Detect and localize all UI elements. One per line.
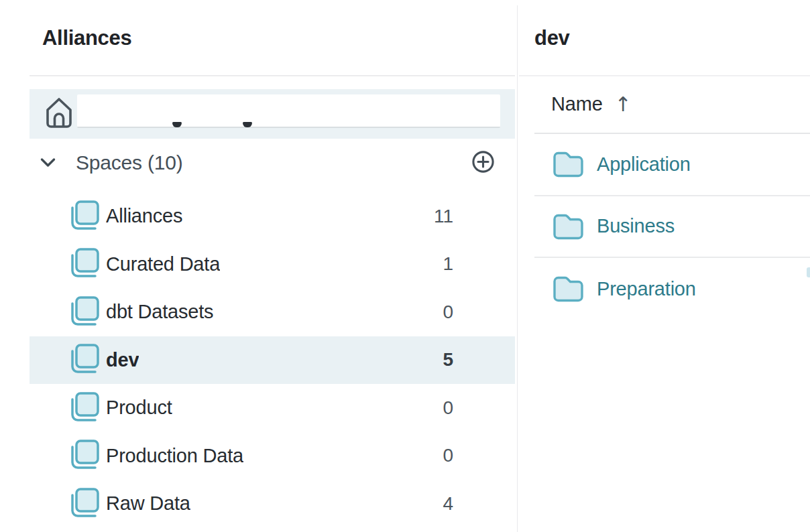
chevron-down-icon[interactable] <box>40 157 56 170</box>
space-icon <box>69 439 100 472</box>
space-count: 4 <box>443 493 453 515</box>
space-name: Production Data <box>106 445 243 467</box>
folder-row-business[interactable]: Business <box>534 196 810 259</box>
folder-name: Business <box>597 215 675 237</box>
home-item[interactable] <box>30 89 515 139</box>
column-header-name-label: Name <box>551 93 603 115</box>
space-icon <box>69 343 100 377</box>
folder-icon <box>553 151 583 178</box>
space-count: 0 <box>443 302 453 323</box>
space-count: 1 <box>443 253 453 275</box>
space-name: dev <box>106 349 139 371</box>
space-icon <box>69 487 100 521</box>
sidebar-item-curated-data[interactable]: Curated Data 1 <box>30 241 515 289</box>
main-title-divider <box>519 75 810 76</box>
plus-circle-icon[interactable] <box>471 150 495 176</box>
sidebar-item-dbt-datasets[interactable]: dbt Datasets 0 <box>30 288 515 336</box>
sort-ascending-icon: ↑ <box>615 92 632 116</box>
sidebar-title: Alliances <box>42 27 131 50</box>
page-title: dev <box>534 27 570 50</box>
space-count: 11 <box>434 206 453 227</box>
space-count: 0 <box>443 397 453 419</box>
space-list: Alliances 11 Curated Data 1 dbt Datasets… <box>30 192 515 528</box>
space-count: 0 <box>443 445 453 466</box>
home-icon <box>44 96 74 132</box>
folder-row-application[interactable]: Application <box>534 134 810 196</box>
space-count: 5 <box>443 349 453 371</box>
space-icon <box>69 391 100 425</box>
space-contents-panel: dev Name ↑ Application Business Preparat… <box>518 0 810 532</box>
sidebar-item-production-data[interactable]: Production Data 0 <box>30 432 515 480</box>
column-header-name[interactable]: Name ↑ <box>551 92 632 116</box>
spaces-section-label[interactable]: Spaces (10) <box>76 151 183 174</box>
spaces-section-header: Spaces (10) <box>30 146 515 180</box>
space-name: dbt Datasets <box>106 301 213 323</box>
folder-icon <box>553 213 583 240</box>
folder-list: Application Business Preparation <box>534 134 810 320</box>
space-name: Alliances <box>106 205 182 227</box>
space-name: Curated Data <box>106 253 220 275</box>
spaces-sidebar: Alliances Spaces (10) <box>0 0 518 532</box>
sidebar-item-raw-data[interactable]: Raw Data 4 <box>30 480 515 528</box>
redacted-text-overlay <box>77 94 500 128</box>
space-icon <box>69 247 100 281</box>
space-icon <box>69 200 100 233</box>
folder-name: Preparation <box>597 278 696 300</box>
clipped-edge-element <box>807 267 810 277</box>
sidebar-title-divider <box>30 75 515 76</box>
sidebar-item-alliances[interactable]: Alliances 11 <box>30 192 515 241</box>
folder-name: Application <box>597 153 691 176</box>
sidebar-item-product[interactable]: Product 0 <box>30 384 515 432</box>
space-name: Product <box>106 397 172 419</box>
sidebar-item-dev[interactable]: dev 5 <box>30 336 515 385</box>
folder-row-preparation[interactable]: Preparation <box>534 258 810 320</box>
folder-icon <box>553 275 583 302</box>
space-name: Raw Data <box>106 492 190 515</box>
space-icon <box>69 295 100 329</box>
